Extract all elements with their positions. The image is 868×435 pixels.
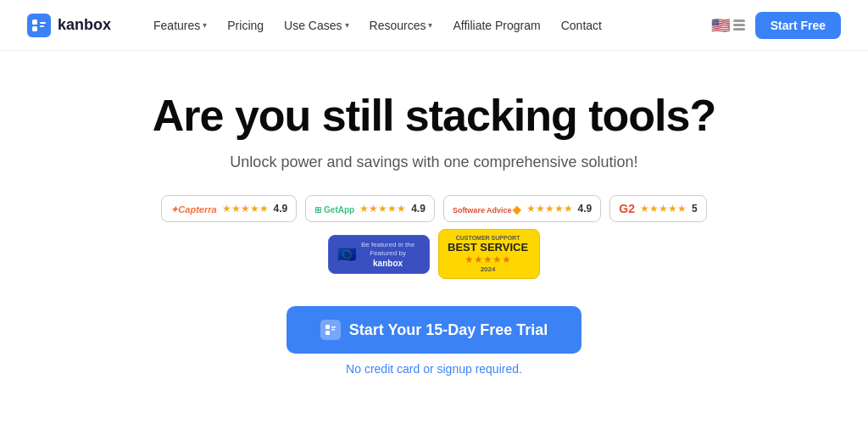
cta-section: Start Your 15-Day Free Trial No credit c… — [287, 306, 581, 376]
svg-rect-0 — [32, 20, 37, 25]
badge-capterra: ✦Capterra ★★★★★ 4.9 — [161, 195, 297, 222]
svg-rect-4 — [326, 325, 330, 329]
badge-software-advice: Software Advice🔶 ★★★★★ 4.9 — [443, 195, 601, 222]
logo-icon — [27, 14, 51, 37]
svg-rect-3 — [40, 25, 44, 27]
nav-links: Features ▾ Pricing Use Cases ▾ Resources… — [145, 14, 711, 37]
badge-g2: G2 ★★★★★ 5 — [609, 195, 706, 222]
badge-gdpr: 🇪🇺 Be featured in the Featured by kanbox — [328, 235, 430, 274]
menu-bars-icon — [733, 20, 745, 31]
badges-row-1: ✦Capterra ★★★★★ 4.9 ⊞ GetApp ★★★★★ 4.9 S… — [161, 195, 706, 222]
svg-rect-5 — [326, 331, 330, 335]
nav-pricing[interactable]: Pricing — [219, 14, 272, 37]
badges-row-2: 🇪🇺 Be featured in the Featured by kanbox… — [328, 229, 540, 279]
nav-affiliate[interactable]: Affiliate Program — [444, 14, 548, 37]
trial-button[interactable]: Start Your 15-Day Free Trial — [287, 306, 581, 354]
badge-best-service: CUSTOMER SUPPORT BEST SERVICE ★★★★★ 2024 — [438, 229, 540, 279]
svg-rect-1 — [32, 26, 37, 31]
navbar: kanbox Features ▾ Pricing Use Cases ▾ Re… — [0, 0, 868, 51]
eu-flag-icon: 🇪🇺 — [337, 245, 356, 264]
language-selector[interactable]: 🇺🇸 — [711, 16, 745, 35]
hero-subtitle: Unlock power and savings with one compre… — [230, 153, 637, 171]
logo[interactable]: kanbox — [27, 14, 111, 37]
start-free-button[interactable]: Start Free — [755, 12, 841, 39]
chevron-down-icon: ▾ — [203, 20, 207, 30]
nav-use-cases[interactable]: Use Cases ▾ — [275, 14, 357, 37]
hero-section: Are you still stacking tools? Unlock pow… — [0, 51, 868, 376]
hero-title: Are you still stacking tools? — [153, 92, 715, 140]
nav-features[interactable]: Features ▾ — [145, 14, 215, 37]
svg-rect-6 — [331, 326, 336, 328]
nav-contact[interactable]: Contact — [553, 14, 610, 37]
svg-rect-7 — [331, 329, 335, 331]
badge-getapp: ⊞ GetApp ★★★★★ 4.9 — [305, 195, 435, 222]
chevron-down-icon-2: ▾ — [345, 20, 349, 30]
svg-rect-2 — [40, 22, 46, 24]
nav-right: 🇺🇸 Start Free — [711, 12, 841, 39]
no-credit-card-text: No credit card or signup required. — [346, 362, 522, 376]
kanbox-icon — [320, 320, 341, 340]
chevron-down-icon-3: ▾ — [428, 20, 432, 30]
nav-resources[interactable]: Resources ▾ — [361, 14, 442, 37]
